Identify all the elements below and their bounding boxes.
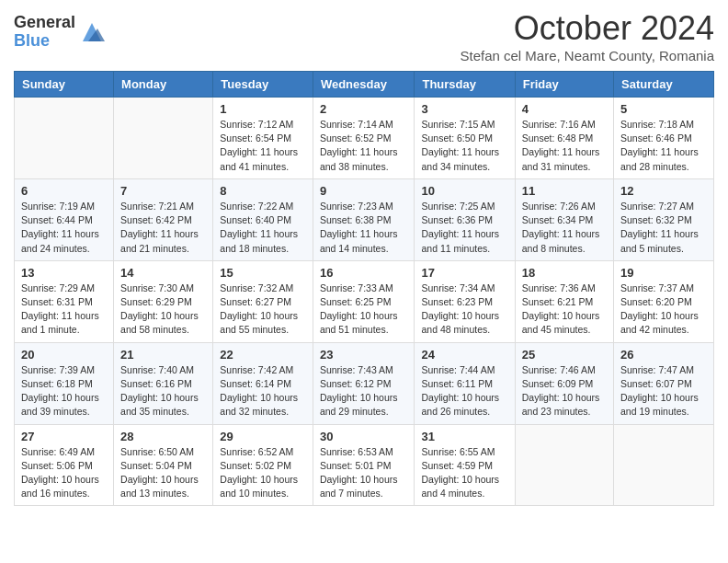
day-number: 18: [522, 266, 607, 280]
day-number: 25: [522, 348, 607, 362]
logo-blue: Blue: [14, 32, 75, 51]
calendar-col-header: Tuesday: [213, 72, 313, 98]
day-info: Sunrise: 7:19 AM Sunset: 6:44 PM Dayligh…: [21, 200, 107, 256]
calendar-col-header: Thursday: [415, 72, 515, 98]
day-info: Sunrise: 7:37 AM Sunset: 6:20 PM Dayligh…: [620, 282, 707, 338]
day-info: Sunrise: 7:12 AM Sunset: 6:54 PM Dayligh…: [220, 118, 306, 174]
calendar-col-header: Saturday: [614, 72, 714, 98]
calendar-header-row: SundayMondayTuesdayWednesdayThursdayFrid…: [15, 72, 714, 98]
calendar-cell: 2Sunrise: 7:14 AM Sunset: 6:52 PM Daylig…: [313, 98, 415, 179]
calendar-cell: 1Sunrise: 7:12 AM Sunset: 6:54 PM Daylig…: [213, 98, 313, 179]
day-number: 24: [421, 348, 507, 362]
calendar-cell: 10Sunrise: 7:25 AM Sunset: 6:36 PM Dayli…: [415, 178, 515, 260]
calendar-cell: 13Sunrise: 7:29 AM Sunset: 6:31 PM Dayli…: [15, 260, 114, 342]
day-number: 1: [220, 102, 306, 116]
day-info: Sunrise: 7:27 AM Sunset: 6:32 PM Dayligh…: [620, 200, 707, 256]
month-title: October 2024: [460, 9, 714, 48]
day-number: 23: [320, 348, 408, 362]
day-number: 14: [120, 266, 206, 280]
calendar-col-header: Monday: [114, 72, 213, 98]
day-info: Sunrise: 7:30 AM Sunset: 6:29 PM Dayligh…: [120, 282, 206, 338]
day-info: Sunrise: 7:26 AM Sunset: 6:34 PM Dayligh…: [522, 200, 607, 256]
calendar-cell: 18Sunrise: 7:36 AM Sunset: 6:21 PM Dayli…: [515, 260, 613, 342]
day-number: 31: [421, 430, 507, 443]
day-info: Sunrise: 7:34 AM Sunset: 6:23 PM Dayligh…: [421, 282, 507, 338]
day-number: 11: [522, 184, 607, 198]
day-info: Sunrise: 6:55 AM Sunset: 4:59 PM Dayligh…: [421, 445, 507, 501]
day-info: Sunrise: 7:43 AM Sunset: 6:12 PM Dayligh…: [320, 363, 408, 419]
day-number: 9: [320, 184, 408, 198]
calendar-cell: 25Sunrise: 7:46 AM Sunset: 6:09 PM Dayli…: [515, 342, 613, 424]
day-info: Sunrise: 7:22 AM Sunset: 6:40 PM Dayligh…: [220, 200, 306, 256]
calendar-cell: 29Sunrise: 6:52 AM Sunset: 5:02 PM Dayli…: [213, 424, 313, 506]
logo-icon: [79, 19, 105, 45]
day-number: 30: [320, 430, 408, 443]
day-number: 3: [421, 102, 507, 116]
calendar-cell: 31Sunrise: 6:55 AM Sunset: 4:59 PM Dayli…: [415, 424, 515, 506]
day-number: 21: [120, 348, 206, 362]
header: General Blue October 2024 Stefan cel Mar…: [14, 9, 714, 63]
calendar-cell: 30Sunrise: 6:53 AM Sunset: 5:01 PM Dayli…: [313, 424, 415, 506]
calendar-cell: 17Sunrise: 7:34 AM Sunset: 6:23 PM Dayli…: [415, 260, 515, 342]
day-number: 8: [220, 184, 306, 198]
day-info: Sunrise: 6:53 AM Sunset: 5:01 PM Dayligh…: [320, 445, 408, 501]
day-number: 22: [220, 348, 306, 362]
day-number: 7: [120, 184, 206, 198]
day-info: Sunrise: 7:47 AM Sunset: 6:07 PM Dayligh…: [620, 363, 707, 419]
day-number: 4: [522, 102, 607, 116]
calendar-cell: 4Sunrise: 7:16 AM Sunset: 6:48 PM Daylig…: [515, 98, 613, 179]
calendar-cell: 15Sunrise: 7:32 AM Sunset: 6:27 PM Dayli…: [213, 260, 313, 342]
page: General Blue October 2024 Stefan cel Mar…: [0, 0, 728, 520]
day-number: 19: [620, 266, 707, 280]
calendar-cell: 11Sunrise: 7:26 AM Sunset: 6:34 PM Dayli…: [515, 178, 613, 260]
logo-general: General: [14, 14, 75, 32]
day-number: 20: [21, 348, 107, 362]
calendar-cell: [515, 424, 613, 506]
calendar-cell: 16Sunrise: 7:33 AM Sunset: 6:25 PM Dayli…: [313, 260, 415, 342]
day-number: 16: [320, 266, 408, 280]
day-number: 26: [620, 348, 707, 362]
calendar-cell: 7Sunrise: 7:21 AM Sunset: 6:42 PM Daylig…: [114, 178, 213, 260]
calendar-cell: [15, 98, 114, 179]
day-info: Sunrise: 7:39 AM Sunset: 6:18 PM Dayligh…: [21, 363, 107, 419]
day-info: Sunrise: 7:18 AM Sunset: 6:46 PM Dayligh…: [620, 118, 707, 174]
calendar-cell: 14Sunrise: 7:30 AM Sunset: 6:29 PM Dayli…: [114, 260, 213, 342]
calendar-cell: 28Sunrise: 6:50 AM Sunset: 5:04 PM Dayli…: [114, 424, 213, 506]
day-info: Sunrise: 7:14 AM Sunset: 6:52 PM Dayligh…: [320, 118, 408, 174]
title-block: October 2024 Stefan cel Mare, Neamt Coun…: [460, 9, 714, 63]
logo: General Blue: [14, 14, 105, 51]
calendar-col-header: Sunday: [15, 72, 114, 98]
calendar-week-row: 13Sunrise: 7:29 AM Sunset: 6:31 PM Dayli…: [15, 260, 714, 342]
calendar-cell: 23Sunrise: 7:43 AM Sunset: 6:12 PM Dayli…: [313, 342, 415, 424]
day-info: Sunrise: 7:32 AM Sunset: 6:27 PM Dayligh…: [220, 282, 306, 338]
calendar-cell: 21Sunrise: 7:40 AM Sunset: 6:16 PM Dayli…: [114, 342, 213, 424]
calendar-week-row: 27Sunrise: 6:49 AM Sunset: 5:06 PM Dayli…: [15, 424, 714, 506]
calendar-cell: 19Sunrise: 7:37 AM Sunset: 6:20 PM Dayli…: [614, 260, 714, 342]
calendar-cell: 6Sunrise: 7:19 AM Sunset: 6:44 PM Daylig…: [15, 178, 114, 260]
logo-text: General Blue: [14, 14, 75, 51]
day-info: Sunrise: 7:46 AM Sunset: 6:09 PM Dayligh…: [522, 363, 607, 419]
day-number: 12: [620, 184, 707, 198]
calendar-cell: [614, 424, 714, 506]
day-number: 28: [120, 430, 206, 443]
day-info: Sunrise: 7:44 AM Sunset: 6:11 PM Dayligh…: [421, 363, 507, 419]
day-info: Sunrise: 6:49 AM Sunset: 5:06 PM Dayligh…: [21, 445, 107, 501]
calendar-cell: 27Sunrise: 6:49 AM Sunset: 5:06 PM Dayli…: [15, 424, 114, 506]
day-number: 6: [21, 184, 107, 198]
day-number: 29: [220, 430, 306, 443]
day-number: 5: [620, 102, 707, 116]
calendar-table: SundayMondayTuesdayWednesdayThursdayFrid…: [14, 71, 714, 506]
day-info: Sunrise: 7:16 AM Sunset: 6:48 PM Dayligh…: [522, 118, 607, 174]
calendar-week-row: 20Sunrise: 7:39 AM Sunset: 6:18 PM Dayli…: [15, 342, 714, 424]
day-info: Sunrise: 7:23 AM Sunset: 6:38 PM Dayligh…: [320, 200, 408, 256]
calendar-cell: 9Sunrise: 7:23 AM Sunset: 6:38 PM Daylig…: [313, 178, 415, 260]
day-info: Sunrise: 7:33 AM Sunset: 6:25 PM Dayligh…: [320, 282, 408, 338]
day-info: Sunrise: 7:29 AM Sunset: 6:31 PM Dayligh…: [21, 282, 107, 338]
day-number: 2: [320, 102, 408, 116]
day-info: Sunrise: 7:36 AM Sunset: 6:21 PM Dayligh…: [522, 282, 607, 338]
day-info: Sunrise: 7:21 AM Sunset: 6:42 PM Dayligh…: [120, 200, 206, 256]
calendar-cell: 8Sunrise: 7:22 AM Sunset: 6:40 PM Daylig…: [213, 178, 313, 260]
day-number: 27: [21, 430, 107, 443]
day-info: Sunrise: 7:15 AM Sunset: 6:50 PM Dayligh…: [421, 118, 507, 174]
day-number: 10: [421, 184, 507, 198]
